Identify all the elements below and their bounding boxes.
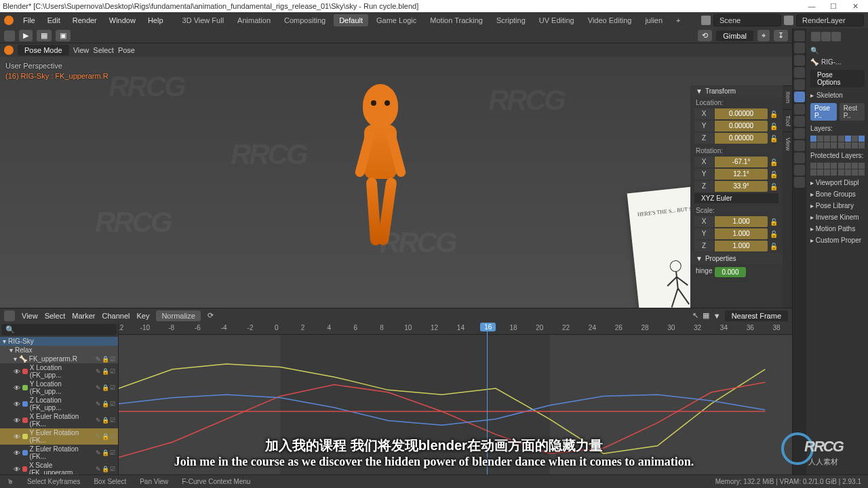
fcurve-channel[interactable]: 👁Z Location (FK_upp...✎🔒☑ bbox=[0, 396, 118, 412]
tab-data-icon[interactable] bbox=[794, 152, 805, 163]
tab-modifier-icon[interactable] bbox=[794, 104, 805, 115]
rot-z-field[interactable]: 33.9° bbox=[715, 181, 768, 192]
ws-default[interactable]: Default bbox=[334, 14, 368, 26]
ws-add[interactable]: + bbox=[671, 14, 686, 26]
hinge-value[interactable]: 0.000 bbox=[715, 267, 745, 277]
select-menu[interactable]: Select bbox=[93, 46, 114, 54]
orient-icon[interactable]: ⟲ bbox=[698, 30, 712, 41]
rest-position-btn[interactable]: Rest P.. bbox=[840, 103, 865, 121]
ghost-icon[interactable]: ▦ bbox=[703, 311, 709, 320]
3d-viewport[interactable]: User Perspective (16) RIG-Sky : FK_upper… bbox=[0, 57, 792, 308]
graph-view-menu[interactable]: View bbox=[22, 312, 38, 320]
menu-help[interactable]: Help bbox=[142, 14, 169, 26]
channel-object[interactable]: ▾RIG-Sky bbox=[0, 337, 118, 346]
fcurve-channel[interactable]: 👁Z Euler Rotation (FK...✎🔒☑ bbox=[0, 445, 118, 461]
pose-options-dropdown[interactable]: Pose Options bbox=[809, 68, 866, 89]
toolbar-btn-1[interactable]: ▦ bbox=[37, 30, 52, 41]
fcurve-plot[interactable]: -12-10-8-6-4-202468101214161820222426283… bbox=[119, 323, 792, 488]
transform-header[interactable]: ▼Transform bbox=[690, 85, 783, 97]
lock-icon[interactable]: 🔓 bbox=[769, 123, 778, 130]
lock-icon[interactable]: 🔓 bbox=[769, 110, 778, 118]
search-icon[interactable]: 🔍 bbox=[810, 47, 818, 54]
menu-file[interactable]: File bbox=[18, 14, 41, 26]
scene-selector[interactable]: Scene bbox=[713, 14, 781, 26]
ws-scripting[interactable]: Scripting bbox=[491, 14, 531, 26]
lock-icon[interactable]: 🔓 bbox=[769, 171, 778, 178]
tab-material-icon[interactable] bbox=[794, 177, 805, 188]
scale-y-field[interactable]: 1.000 bbox=[715, 228, 768, 239]
playhead[interactable]: 16 bbox=[487, 323, 488, 488]
ws-3dview[interactable]: 3D View Full bbox=[177, 14, 230, 26]
prop-section[interactable]: ▸ Bone Groups bbox=[809, 188, 866, 200]
minimize-icon[interactable]: — bbox=[802, 2, 822, 11]
view-menu[interactable]: View bbox=[73, 46, 90, 54]
rotation-mode-dropdown[interactable]: XYZ Euler bbox=[694, 193, 778, 203]
tab-world-icon[interactable] bbox=[794, 79, 805, 90]
tab-constraint-icon[interactable] bbox=[794, 140, 805, 151]
snap-icon[interactable]: ⌖ bbox=[757, 30, 770, 41]
tab-tool[interactable]: Tool bbox=[783, 109, 792, 132]
outliner-sel-icon[interactable] bbox=[821, 32, 831, 41]
rig-crumb[interactable]: RIG-... bbox=[821, 58, 841, 66]
ws-motion[interactable]: Motion Tracking bbox=[425, 14, 488, 26]
menu-render[interactable]: Render bbox=[67, 14, 102, 26]
prop-section[interactable]: ▸ Custom Proper bbox=[809, 235, 866, 246]
close-icon[interactable]: ✕ bbox=[845, 2, 865, 11]
lock-icon[interactable]: 🔓 bbox=[769, 218, 778, 226]
loc-z-field[interactable]: 0.00000 bbox=[715, 133, 768, 144]
pose-position-btn[interactable]: Pose P.. bbox=[810, 103, 837, 121]
play-button[interactable]: ▶ bbox=[19, 30, 33, 41]
protected-layers[interactable] bbox=[809, 161, 866, 177]
tab-view-icon[interactable] bbox=[794, 55, 805, 66]
tab-scene-icon[interactable] bbox=[794, 67, 805, 78]
graph-key-menu[interactable]: Key bbox=[136, 312, 149, 320]
outliner-ren-icon[interactable] bbox=[831, 32, 841, 41]
fcurve-channel[interactable]: 👁Y Euler Rotation (FK...✎🔒☑ bbox=[0, 428, 118, 445]
pose-menu[interactable]: Pose bbox=[118, 46, 135, 54]
renderlayer-selector[interactable]: RenderLayer bbox=[796, 14, 864, 26]
normalize-toggle[interactable]: Normalize bbox=[156, 310, 201, 321]
loc-y-field[interactable]: 0.00000 bbox=[715, 121, 768, 131]
graph-channel-menu[interactable]: Channel bbox=[102, 312, 130, 320]
channel-bone[interactable]: ▾ 🦴FK_upperarm.R✎🔒☑ bbox=[0, 354, 118, 363]
rot-y-field[interactable]: 12.1° bbox=[715, 169, 768, 180]
gimbal-dropdown[interactable]: Gimbal bbox=[716, 30, 753, 41]
ws-julien[interactable]: julien bbox=[639, 14, 668, 26]
fcurve-channel[interactable]: 👁X Euler Rotation (FK...✎🔒☑ bbox=[0, 412, 118, 428]
ws-gamelogic[interactable]: Game Logic bbox=[371, 14, 422, 26]
prop-section[interactable]: ▸ Viewport Displ bbox=[809, 177, 866, 188]
tab-item[interactable]: Item bbox=[783, 85, 792, 109]
menu-window[interactable]: Window bbox=[104, 14, 141, 26]
graph-select-menu[interactable]: Select bbox=[45, 312, 66, 320]
ws-uv[interactable]: UV Editing bbox=[534, 14, 580, 26]
tab-render-icon[interactable] bbox=[794, 30, 805, 41]
rot-x-field[interactable]: -67.1° bbox=[715, 157, 768, 167]
lock-icon[interactable]: 🔓 bbox=[769, 159, 778, 166]
tab-object-icon[interactable] bbox=[794, 92, 805, 102]
ws-animation[interactable]: Animation bbox=[232, 14, 276, 26]
graph-marker-menu[interactable]: Marker bbox=[72, 312, 95, 320]
channel-group[interactable]: ▾Relax bbox=[0, 346, 118, 354]
tab-physics-icon[interactable] bbox=[794, 128, 805, 139]
frame-ruler[interactable]: -12-10-8-6-4-202468101214161820222426283… bbox=[119, 323, 792, 335]
fcurve-channel[interactable]: 👁X Location (FK_upp...✎🔒☑ bbox=[0, 363, 118, 380]
cursor-icon[interactable]: ↖ bbox=[692, 311, 698, 320]
loc-x-field[interactable]: 0.00000 bbox=[715, 108, 768, 119]
lock-icon[interactable]: 🔓 bbox=[769, 183, 778, 190]
prop-section[interactable]: ▸ Inverse Kinem bbox=[809, 211, 866, 223]
ws-compositing[interactable]: Compositing bbox=[279, 14, 331, 26]
pe-icon[interactable]: ↧ bbox=[774, 30, 788, 41]
tab-output-icon[interactable] bbox=[794, 43, 805, 54]
fcurve-channel[interactable]: 👁Y Location (FK_upp...✎🔒☑ bbox=[0, 380, 118, 396]
refresh-icon[interactable]: ⟳ bbox=[208, 311, 214, 320]
toolbar-btn-2[interactable]: ▣ bbox=[56, 30, 71, 41]
outliner-vis-icon[interactable] bbox=[811, 32, 821, 41]
ws-video[interactable]: Video Editing bbox=[583, 14, 637, 26]
armature-layers[interactable] bbox=[809, 134, 866, 150]
tab-view[interactable]: View bbox=[783, 131, 792, 156]
filter-icon[interactable]: ▼ bbox=[713, 312, 721, 320]
editor-type-icon[interactable] bbox=[4, 30, 15, 41]
graph-editor-icon[interactable] bbox=[4, 310, 15, 321]
scale-z-field[interactable]: 1.000 bbox=[715, 241, 768, 251]
properties-subheader[interactable]: ▼Properties bbox=[690, 253, 783, 264]
